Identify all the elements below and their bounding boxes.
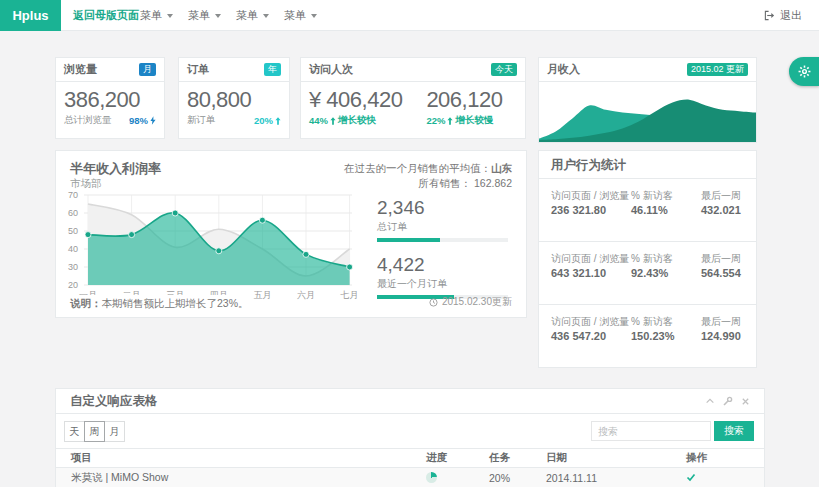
stat-card-visits: 访问人次 今天 ¥ 406,420 44% 增长较快 206,120 22%: [300, 57, 526, 139]
caret-down-icon: [263, 14, 269, 18]
orders-value: 80,800: [187, 87, 281, 113]
bolt-icon: [150, 116, 156, 125]
level-up-arrow-icon: [330, 117, 336, 125]
avg-region: 山东: [491, 162, 512, 174]
total-orders-label: 总订单: [377, 220, 508, 234]
stats-row: 访问页面 / 浏览量 436 547.20 % 新访客 150.23% 最后一周…: [539, 305, 756, 368]
table-row[interactable]: 米莫说 | MiMO Show 20% 2014.11.11: [56, 468, 764, 487]
visits-col-2: 206,120 22% 增长较慢: [426, 87, 502, 127]
card-title: 月收入: [547, 62, 580, 77]
brand-logo[interactable]: Hplus: [0, 0, 61, 31]
nav-menu-label: 菜单: [188, 8, 210, 23]
level-up-arrow-icon: [275, 117, 281, 125]
pages-per-visit: 643 321.10: [551, 267, 631, 279]
orders-sub-label: 新订单: [187, 114, 216, 127]
responsive-table-panel: 自定义响应表格: [55, 388, 765, 487]
svg-text:20: 20: [68, 280, 78, 290]
sign-out-icon: [764, 10, 775, 21]
header-project: 项目: [56, 451, 426, 465]
card-title: 浏览量: [64, 62, 97, 77]
panel-tools: [705, 396, 750, 406]
logout-button[interactable]: 退出: [764, 0, 802, 31]
svg-text:60: 60: [68, 208, 78, 218]
nav-menu-1[interactable]: 菜单: [140, 0, 173, 31]
views-percent: 98%: [129, 115, 156, 126]
search-input[interactable]: [591, 421, 711, 441]
updated-timestamp: 2015.02.30更新: [429, 295, 512, 309]
orders-summary: 2,346 总订单 4,422 最近一个月订单: [377, 197, 508, 311]
close-icon: [741, 397, 750, 406]
card-title: 订单: [187, 62, 209, 77]
sales-summary: 在过去的一个月销售的平均值：山东 所有销售： 162.862: [344, 161, 512, 191]
last-week-value: 564.554: [701, 267, 744, 279]
range-button-day[interactable]: 天: [64, 421, 85, 442]
cell-operation[interactable]: [686, 472, 764, 484]
config-button[interactable]: [723, 396, 733, 406]
caret-down-icon: [215, 14, 221, 18]
card-header: 浏览量 月: [56, 58, 164, 82]
monthly-income-chart: [539, 90, 756, 142]
svg-text:五月: 五月: [253, 290, 271, 300]
table-controls: 天 周 月 搜索: [56, 414, 764, 448]
level-up-arrow-icon: [447, 117, 453, 125]
check-icon: [686, 472, 696, 482]
user-behavior-panel: 用户行为统计 访问页面 / 浏览量 236 321.80 % 新访客 46.11…: [538, 150, 757, 368]
stat-card-income: 月收入 2015.02 更新: [538, 57, 757, 143]
back-to-home-link[interactable]: 返回母版页面: [73, 0, 139, 31]
wrench-icon: [723, 396, 733, 406]
total-orders-value: 2,346: [377, 197, 508, 219]
panel-title: 自定义响应表格: [70, 393, 158, 410]
svg-text:40: 40: [68, 244, 78, 254]
range-button-month[interactable]: 月: [104, 421, 125, 442]
new-visitors-pct: 150.23%: [631, 330, 701, 342]
last-week-value: 124.990: [701, 330, 744, 342]
stats-row: 访问页面 / 浏览量 236 321.80 % 新访客 46.11% 最后一周 …: [539, 179, 756, 242]
views-value: 386,200: [64, 87, 156, 113]
nav-menu-3[interactable]: 菜单: [236, 0, 269, 31]
gear-icon: [798, 65, 811, 78]
chevron-up-icon: [705, 396, 715, 406]
period-badge: 年: [264, 63, 281, 76]
visits-count: 206,120: [426, 87, 502, 113]
nav-menu-label: 菜单: [140, 8, 162, 23]
range-button-week[interactable]: 周: [84, 421, 105, 442]
all-sales-value: 162.862: [474, 177, 512, 189]
cell-date: 2014.11.11: [546, 472, 686, 484]
search-button[interactable]: 搜索: [714, 421, 754, 441]
new-visitors-pct: 46.11%: [631, 204, 701, 216]
visits-col-1: ¥ 406,420 44% 增长较快: [309, 87, 402, 127]
svg-text:七月: 七月: [340, 290, 359, 300]
visits-amount: ¥ 406,420: [309, 87, 402, 113]
stat-card-orders: 订单 年 80,800 新订单 20%: [178, 57, 290, 139]
svg-text:六月: 六月: [297, 290, 315, 300]
pages-per-visit: 436 547.20: [551, 330, 631, 342]
close-button[interactable]: [741, 397, 750, 406]
panel-title: 用户行为统计: [539, 151, 756, 179]
card-header: 订单 年: [179, 58, 289, 82]
nav-menu-label: 菜单: [236, 8, 258, 23]
period-badge: 月: [139, 63, 156, 76]
last-week-value: 432.021: [701, 204, 744, 216]
nav-menu-label: 菜单: [284, 8, 306, 23]
settings-button[interactable]: [789, 57, 819, 86]
chart-note: 说明：本期销售额比上期增长了23%。: [70, 295, 249, 311]
visits-growth-fast: 44% 增长较快: [309, 114, 402, 127]
progress-pie-icon: [426, 472, 437, 483]
panel-title: 半年收入利润率: [70, 160, 161, 178]
new-visitors-pct: 92.43%: [631, 267, 701, 279]
nav-menu-4[interactable]: 菜单: [284, 0, 317, 31]
svg-text:30: 30: [68, 262, 78, 272]
top-navbar: Hplus 返回母版页面 菜单 菜单 菜单 菜单 退出: [0, 0, 819, 31]
header-operation: 操作: [686, 451, 764, 465]
half-year-profit-panel: 半年收入利润率 市场部 在过去的一个月销售的平均值：山东 所有销售： 162.8…: [55, 150, 527, 318]
views-sub-label: 总计浏览量: [64, 114, 112, 127]
svg-text:70: 70: [68, 190, 78, 200]
card-body: 386,200 总计浏览量 98%: [56, 82, 164, 127]
collapse-button[interactable]: [705, 396, 715, 406]
month-orders-label: 最近一个月订单: [377, 277, 508, 291]
stat-card-views: 浏览量 月 386,200 总计浏览量 98%: [55, 57, 165, 139]
header-date: 日期: [546, 451, 686, 465]
card-body: ¥ 406,420 44% 增长较快 206,120 22% 增长较慢: [301, 82, 525, 127]
dashboard-page: Hplus 返回母版页面 菜单 菜单 菜单 菜单 退出: [0, 0, 819, 487]
nav-menu-2[interactable]: 菜单: [188, 0, 221, 31]
